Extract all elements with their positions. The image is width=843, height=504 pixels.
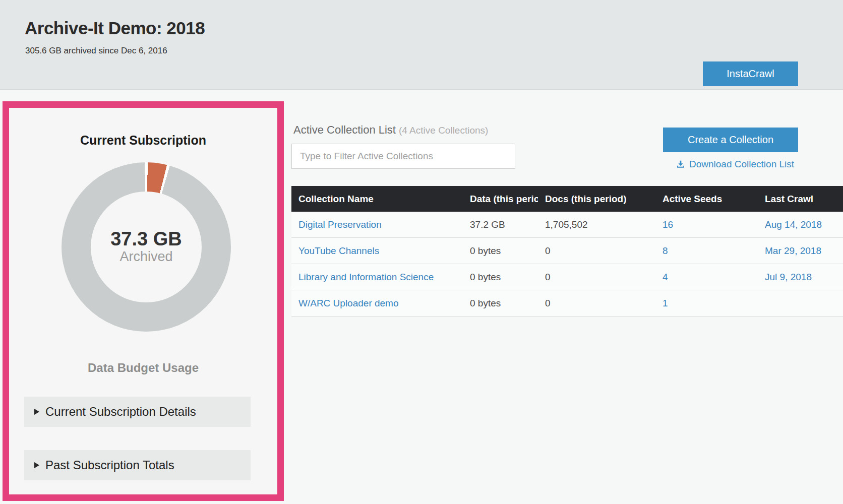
table-body: Digital Preservation37.2 GB1,705,50216Au… <box>291 212 843 317</box>
chevron-right-icon <box>34 409 39 415</box>
current-subscription-details-accordion[interactable]: Current Subscription Details <box>24 397 251 427</box>
cell-seeds: 8 <box>655 238 758 264</box>
cell-name: Digital Preservation <box>291 212 463 238</box>
data-budget-donut-chart: 37.3 GB Archived <box>62 162 231 332</box>
create-collection-button[interactable]: Create a Collection <box>663 128 798 152</box>
column-header-name[interactable]: Collection Name <box>291 186 463 212</box>
active-collection-list-heading: Active Collection List(4 Active Collecti… <box>293 123 488 137</box>
cell-seeds: 16 <box>655 212 758 238</box>
active-collections-count: (4 Active Collections) <box>399 125 488 136</box>
table-header-row: Collection NameData (this period)Docs (t… <box>291 186 843 212</box>
cell-name: YouTube Channels <box>291 238 463 264</box>
cell-seeds: 1 <box>655 290 758 317</box>
cell-seeds: 4 <box>655 264 758 290</box>
seeds-link[interactable]: 16 <box>663 219 673 230</box>
cell-data: 0 bytes <box>463 238 538 264</box>
last_crawl-link[interactable]: Mar 29, 2018 <box>765 245 821 256</box>
column-header-docs[interactable]: Docs (this period) <box>538 186 655 212</box>
page-title: Archive-It Demo: 2018 <box>25 18 205 38</box>
download-collection-list-link[interactable]: Download Collection List <box>676 159 794 170</box>
filter-collections-input[interactable] <box>291 144 515 169</box>
cell-data: 0 bytes <box>463 290 538 317</box>
current-subscription-title: Current Subscription <box>9 133 277 148</box>
last_crawl-link[interactable]: Aug 14, 2018 <box>765 219 822 230</box>
active-collections-table: Collection NameData (this period)Docs (t… <box>291 186 843 317</box>
cell-docs: 0 <box>538 238 655 264</box>
seeds-link[interactable]: 8 <box>663 245 668 256</box>
heading-text: Active Collection List <box>293 123 396 136</box>
download-link-label: Download Collection List <box>689 159 794 170</box>
last_crawl-link[interactable]: Jul 9, 2018 <box>765 272 812 282</box>
column-header-last_crawl[interactable]: Last Crawl <box>758 186 843 212</box>
download-icon <box>676 160 685 169</box>
archived-amount-label: Archived <box>119 249 172 265</box>
cell-last_crawl: Mar 29, 2018 <box>758 238 843 264</box>
cell-name: Library and Information Science <box>291 264 463 290</box>
chevron-right-icon <box>34 462 39 468</box>
archived-amount-value: 37.3 GB <box>110 229 182 249</box>
table-row: Digital Preservation37.2 GB1,705,50216Au… <box>291 212 843 238</box>
table-row: YouTube Channels0 bytes08Mar 29, 2018 <box>291 238 843 264</box>
data-budget-usage-caption: Data Budget Usage <box>9 361 277 375</box>
cell-last_crawl <box>758 290 843 317</box>
seeds-link[interactable]: 4 <box>663 272 668 282</box>
accordion-label: Past Subscription Totals <box>45 458 174 472</box>
name-link[interactable]: YouTube Channels <box>298 245 379 256</box>
page-header-band: Archive-It Demo: 2018 305.6 GB archived … <box>0 0 843 90</box>
table-row: W/ARC Uploader demo0 bytes01 <box>291 290 843 317</box>
cell-name: W/ARC Uploader demo <box>291 290 463 317</box>
cell-docs: 0 <box>538 264 655 290</box>
name-link[interactable]: Library and Information Science <box>298 272 434 282</box>
instacrawl-button[interactable]: InstaCrawl <box>703 61 798 86</box>
name-link[interactable]: Digital Preservation <box>298 219 382 230</box>
name-link[interactable]: W/ARC Uploader demo <box>298 298 399 308</box>
accordion-label: Current Subscription Details <box>45 405 196 419</box>
cell-docs: 0 <box>538 290 655 317</box>
cell-data: 0 bytes <box>463 264 538 290</box>
past-subscription-totals-accordion[interactable]: Past Subscription Totals <box>24 450 251 480</box>
column-header-data[interactable]: Data (this period) <box>463 186 538 212</box>
cell-last_crawl: Aug 14, 2018 <box>758 212 843 238</box>
cell-last_crawl: Jul 9, 2018 <box>758 264 843 290</box>
archived-since-subtitle: 305.6 GB archived since Dec 6, 2016 <box>25 46 167 56</box>
cell-data: 37.2 GB <box>463 212 538 238</box>
current-subscription-panel: Current Subscription 37.3 GB Archived Da… <box>3 101 284 501</box>
seeds-link[interactable]: 1 <box>663 298 668 308</box>
donut-center: 37.3 GB Archived <box>91 192 202 302</box>
table-row: Library and Information Science0 bytes04… <box>291 264 843 290</box>
cell-docs: 1,705,502 <box>538 212 655 238</box>
column-header-seeds[interactable]: Active Seeds <box>655 186 758 212</box>
